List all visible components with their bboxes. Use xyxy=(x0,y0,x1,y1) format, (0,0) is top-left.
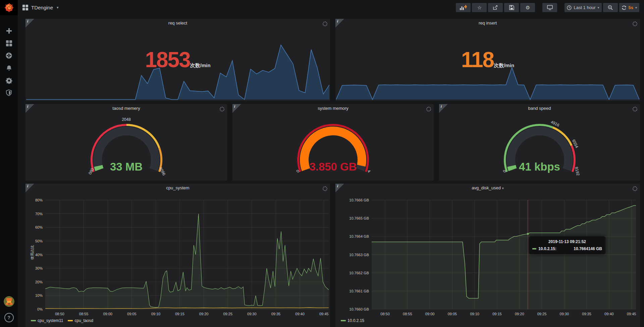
sidebar-item-server-admin[interactable] xyxy=(0,87,18,99)
navbar-actions: ☆ ⚙ Last 1 hour ▾ 5s ▾ xyxy=(456,3,639,12)
svg-text:10.7660 GB: 10.7660 GB xyxy=(349,307,369,311)
refresh-interval-label: 5s xyxy=(629,5,633,10)
time-range-picker[interactable]: Last 1 hour ▾ xyxy=(565,3,601,12)
svg-text:50%: 50% xyxy=(35,239,43,243)
svg-text:09:15: 09:15 xyxy=(492,312,502,316)
monitor-icon xyxy=(547,5,553,10)
loading-spinner-icon xyxy=(633,21,637,26)
add-panel-button[interactable] xyxy=(456,3,471,12)
cpu-system-chart[interactable]: 0%10%20%30%40%50%60%70%80%08:5008:5509:0… xyxy=(25,184,330,327)
help-button[interactable]: ? xyxy=(4,313,14,322)
panel-req-insert: i req insert 118次数/min xyxy=(335,19,640,101)
compass-icon xyxy=(5,52,12,59)
svg-text:40%: 40% xyxy=(35,253,43,257)
dashboard-caret-icon: ▾ xyxy=(57,5,59,10)
panel-band-speed: i band speed 0 4916 6554 8192 41 kbps xyxy=(439,104,640,181)
legend-label: cpu_system11 xyxy=(38,318,63,323)
loading-spinner-icon xyxy=(426,107,431,111)
tv-mode-button[interactable] xyxy=(542,3,557,12)
star-dashboard-button[interactable]: ☆ xyxy=(472,3,487,12)
panel-title[interactable]: req select xyxy=(25,19,330,28)
gauge-value: 41 kbps xyxy=(489,160,590,173)
dashboard-settings-button[interactable]: ⚙ xyxy=(520,3,535,12)
sidebar-item-create[interactable] xyxy=(0,25,18,37)
panel-title[interactable]: req insert xyxy=(335,19,640,28)
svg-text:09:35: 09:35 xyxy=(271,312,281,316)
time-range-label: Last 1 hour xyxy=(574,5,595,10)
shield-icon xyxy=(6,89,12,96)
svg-text:09:45: 09:45 xyxy=(319,312,329,316)
loading-spinner-icon xyxy=(323,21,327,26)
system-memory-gauge: 0 4 3.850 GB xyxy=(283,118,383,183)
top-navbar: TDengine ▾ ☆ ⚙ Last 1 hour ▾ 5s xyxy=(18,0,644,15)
panel-title[interactable]: band speed xyxy=(439,104,640,113)
svg-text:08:55: 08:55 xyxy=(403,312,412,316)
svg-text:08:55: 08:55 xyxy=(79,312,89,316)
dashboard-title-button[interactable]: TDengine ▾ xyxy=(22,5,59,10)
info-icon: i xyxy=(234,104,235,108)
info-icon: i xyxy=(27,19,28,23)
sidebar-item-configuration[interactable] xyxy=(0,74,18,87)
legend-item[interactable]: cpu_taosd xyxy=(68,318,93,323)
panel-title[interactable]: system memory xyxy=(232,104,434,113)
req-select-sparkline[interactable] xyxy=(26,40,329,100)
taosd-memery-gauge: 080 2048 4096 33 MB xyxy=(76,118,177,183)
y-axis-title: 使用占比 xyxy=(30,245,35,260)
svg-text:10%: 10% xyxy=(35,293,43,297)
svg-text:09:30: 09:30 xyxy=(560,312,569,316)
legend-color-dash xyxy=(341,320,346,321)
save-dashboard-button[interactable] xyxy=(504,3,519,12)
grafana-logo[interactable] xyxy=(0,0,18,15)
svg-text:10.7662 GB: 10.7662 GB xyxy=(349,271,369,275)
sidebar-item-alerting[interactable] xyxy=(0,62,18,74)
sidebar-item-dashboards[interactable] xyxy=(0,37,18,49)
gauge-arc xyxy=(283,118,383,183)
svg-text:09:00: 09:00 xyxy=(425,312,435,316)
dashboard-title: TDengine xyxy=(31,5,53,10)
avg-disk-used-chart[interactable]: 10.7660 GB10.7661 GB10.7662 GB10.7663 GB… xyxy=(335,184,640,327)
svg-text:0%: 0% xyxy=(37,307,43,311)
loading-spinner-icon xyxy=(323,186,327,191)
panel-taosd-memery: i taosd memery 080 2048 4096 33 MB xyxy=(25,104,227,181)
info-icon: i xyxy=(441,104,442,108)
tooltip-series-dash xyxy=(532,248,536,249)
grafana-dashboard: { "glyphs": {"caret":"▾","star":"☆","gea… xyxy=(0,0,644,327)
time-range-caret-icon: ▾ xyxy=(597,6,599,9)
svg-text:09:05: 09:05 xyxy=(448,312,457,316)
dashboards-icon xyxy=(6,40,12,47)
svg-text:08:50: 08:50 xyxy=(55,312,64,316)
loading-spinner-icon xyxy=(633,107,637,111)
svg-text:09:00: 09:00 xyxy=(103,312,112,316)
tooltip-series-name: 10.0.2.15: xyxy=(538,246,556,251)
sidebar-item-explore[interactable] xyxy=(0,49,18,62)
band-speed-gauge: 0 4916 6554 8192 41 kbps xyxy=(489,118,590,183)
svg-text:09:05: 09:05 xyxy=(127,312,137,316)
plus-icon xyxy=(6,28,12,34)
chart-legend: 10.0.2.15 xyxy=(341,318,364,323)
panel-req-select: i req select 1853次数/min xyxy=(25,19,330,101)
panel-title[interactable]: avg_disk_used ▾ xyxy=(335,184,640,192)
legend-label: cpu_taosd xyxy=(74,318,93,323)
share-dashboard-button[interactable] xyxy=(488,3,503,12)
refresh-picker[interactable]: 5s ▾ xyxy=(619,3,640,12)
panel-title[interactable]: taosd memery xyxy=(25,104,227,113)
zoom-out-button[interactable] xyxy=(603,3,618,12)
help-icon: ? xyxy=(7,315,10,320)
legend-color-dash xyxy=(68,320,73,321)
info-icon: i xyxy=(27,104,28,108)
user-avatar[interactable] xyxy=(4,296,14,307)
legend-item[interactable]: cpu_system11 xyxy=(31,318,63,323)
panel-title[interactable]: cpu_system xyxy=(25,184,330,192)
zoom-out-icon xyxy=(608,5,613,10)
gear-icon xyxy=(6,77,12,84)
share-icon xyxy=(493,5,498,10)
gauge-arc xyxy=(489,118,590,183)
svg-text:09:40: 09:40 xyxy=(295,312,305,316)
svg-text:09:15: 09:15 xyxy=(175,312,184,316)
gear-icon: ⚙ xyxy=(526,5,530,10)
svg-text:09:10: 09:10 xyxy=(470,312,479,316)
req-insert-sparkline[interactable] xyxy=(336,40,639,100)
svg-text:60%: 60% xyxy=(35,225,43,229)
svg-text:09:25: 09:25 xyxy=(223,312,232,316)
legend-item[interactable]: 10.0.2.15 xyxy=(341,318,364,323)
